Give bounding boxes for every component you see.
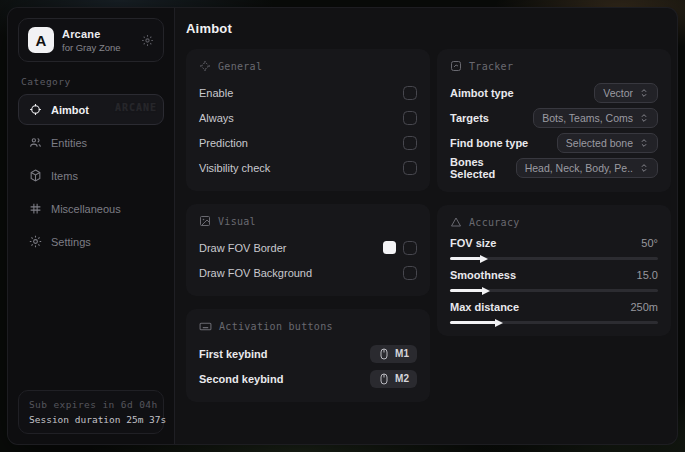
panel-activation-buttons: Activation buttons First keybind M1 Seco… — [186, 309, 430, 402]
gear-icon — [28, 235, 42, 248]
sidebar-item-label: Aimbot — [51, 104, 89, 116]
crosshair-icon — [28, 103, 42, 116]
session-duration-text: Session duration 25m 37s — [29, 414, 153, 425]
entities-icon — [28, 136, 42, 149]
app-name: Arcane — [62, 28, 133, 40]
panel-tracker: Tracker Aimbot type Vector Targets — [437, 49, 671, 192]
fov-size-slider[interactable] — [450, 257, 658, 260]
brand-card: A Arcane for Gray Zone — [18, 18, 164, 62]
sidebar-item-label: Entities — [51, 137, 87, 149]
mouse-icon — [378, 373, 390, 385]
setting-row-targets: Targets Bots, Teams, Coms — [450, 106, 658, 129]
fov-border-checkbox[interactable] — [403, 241, 417, 255]
setting-row-prediction: Prediction — [199, 131, 417, 154]
setting-row-second-keybind: Second keybind M2 — [199, 367, 417, 390]
panel-title: Visual — [218, 216, 256, 227]
panel-visual: Visual Draw FOV Border Draw FOV Backgrou… — [186, 204, 430, 296]
app-subtitle: for Gray Zone — [62, 42, 133, 53]
page-title: Aimbot — [186, 21, 671, 36]
sidebar: A Arcane for Gray Zone Category Aimbot A… — [8, 8, 175, 444]
first-keybind-button[interactable]: M1 — [370, 345, 417, 363]
second-keybind-button[interactable]: M2 — [370, 370, 417, 388]
sidebar-item-label: Miscellaneous — [51, 203, 121, 215]
chevron-updown-icon — [639, 113, 649, 123]
main-content: Aimbot General Enable — [175, 8, 677, 444]
slider-thumb[interactable] — [482, 287, 490, 295]
gear-icon[interactable] — [141, 34, 154, 47]
sidebar-item-aimbot[interactable]: Aimbot ARCANE — [18, 94, 164, 125]
setting-row-find-bone-type: Find bone type Selected bone — [450, 131, 658, 154]
app-window: A Arcane for Gray Zone Category Aimbot A… — [8, 8, 677, 444]
bones-selected-dropdown[interactable]: Head, Neck, Body, Pe.. — [516, 158, 658, 178]
chevron-updown-icon — [639, 88, 649, 98]
aimbot-type-dropdown[interactable]: Vector — [594, 83, 658, 103]
setting-row-bones-selected: Bones Selected Head, Neck, Body, Pe.. — [450, 156, 658, 180]
max-distance-value: 250m — [630, 301, 658, 313]
enable-checkbox[interactable] — [403, 86, 417, 100]
target-icon — [450, 60, 462, 72]
panel-title: Activation buttons — [219, 321, 333, 332]
setting-row-fov-border: Draw FOV Border — [199, 236, 417, 259]
sidebar-item-settings[interactable]: Settings — [18, 226, 164, 257]
panel-title: Tracker — [469, 61, 513, 72]
crosshair-icon — [199, 60, 211, 72]
image-icon — [199, 215, 211, 227]
sub-expires-text: Sub expires in 6d 04h — [29, 399, 153, 410]
sidebar-item-entities[interactable]: Entities — [18, 127, 164, 158]
smoothness-value: 15.0 — [637, 269, 658, 281]
items-icon — [28, 169, 42, 182]
sidebar-item-items[interactable]: Items — [18, 160, 164, 191]
panel-title: Accuracy — [469, 217, 520, 228]
misc-icon — [28, 202, 42, 215]
fov-border-color-swatch[interactable] — [383, 241, 396, 254]
sidebar-item-label: Items — [51, 170, 78, 182]
mouse-icon — [378, 348, 390, 360]
setting-row-always: Always — [199, 106, 417, 129]
app-logo: A — [28, 27, 54, 53]
targets-dropdown[interactable]: Bots, Teams, Coms — [533, 108, 658, 128]
keyboard-icon — [199, 320, 212, 333]
setting-row-enable: Enable — [199, 81, 417, 104]
setting-row-aimbot-type: Aimbot type Vector — [450, 81, 658, 104]
slider-fov-size: FOV size 50° — [450, 237, 658, 260]
panel-general: General Enable Always Prediction — [186, 49, 430, 191]
prediction-checkbox[interactable] — [403, 136, 417, 150]
watermark: ARCANE — [115, 102, 157, 113]
slider-thumb[interactable] — [495, 319, 503, 327]
sidebar-item-label: Settings — [51, 236, 91, 248]
visibility-check-checkbox[interactable] — [403, 161, 417, 175]
slider-smoothness: Smoothness 15.0 — [450, 269, 658, 292]
setting-row-visibility-check: Visibility check — [199, 156, 417, 179]
fov-background-checkbox[interactable] — [403, 266, 417, 280]
triangle-icon — [450, 216, 462, 228]
setting-row-first-keybind: First keybind M1 — [199, 342, 417, 365]
subscription-card: Sub expires in 6d 04h Session duration 2… — [18, 390, 164, 434]
panel-title: General — [218, 61, 262, 72]
sidebar-item-miscellaneous[interactable]: Miscellaneous — [18, 193, 164, 224]
fov-size-value: 50° — [641, 237, 658, 249]
chevron-updown-icon — [639, 163, 649, 173]
find-bone-type-dropdown[interactable]: Selected bone — [557, 133, 658, 153]
slider-max-distance: Max distance 250m — [450, 301, 658, 324]
setting-row-fov-background: Draw FOV Background — [199, 261, 417, 284]
category-label: Category — [21, 76, 161, 87]
slider-thumb[interactable] — [480, 255, 488, 263]
chevron-updown-icon — [639, 138, 649, 148]
panel-accuracy: Accuracy FOV size 50° — [437, 205, 671, 336]
smoothness-slider[interactable] — [450, 289, 658, 292]
max-distance-slider[interactable] — [450, 321, 658, 324]
sidebar-nav: Aimbot ARCANE Entities Items Miscellane — [18, 94, 164, 257]
always-checkbox[interactable] — [403, 111, 417, 125]
